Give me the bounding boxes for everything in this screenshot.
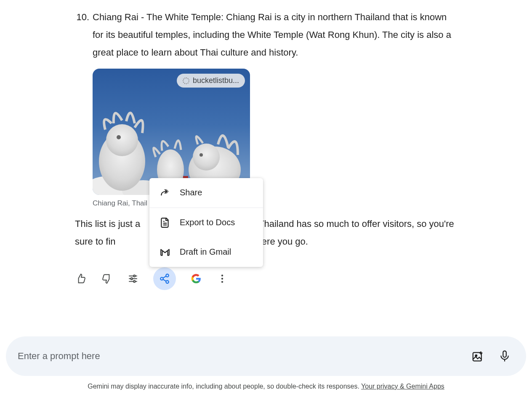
svg-point-10 bbox=[200, 153, 203, 157]
closing-paragraph: This list is just a Thailand has so much… bbox=[75, 215, 457, 250]
svg-point-16 bbox=[160, 277, 163, 280]
popup-export-docs-item[interactable]: Export to Docs bbox=[149, 208, 263, 237]
popup-share-item[interactable]: Share bbox=[149, 178, 263, 208]
tune-button[interactable] bbox=[127, 273, 139, 285]
list-item-10: 10. Chiang Rai - The White Temple: Chian… bbox=[75, 8, 457, 61]
source-chip-label: bucketlistbu... bbox=[193, 76, 239, 85]
prompt-bar bbox=[6, 336, 526, 376]
google-icon bbox=[191, 273, 202, 284]
disclaimer-text: Gemini may display inaccurate info, incl… bbox=[88, 383, 361, 390]
prompt-input[interactable] bbox=[18, 351, 471, 362]
source-chip[interactable]: bucketlistbu... bbox=[177, 74, 245, 88]
thumbs-down-icon bbox=[101, 273, 112, 284]
share-arrow-icon bbox=[160, 187, 170, 198]
svg-point-19 bbox=[221, 278, 223, 280]
bottom-section: Gemini may display inaccurate info, incl… bbox=[0, 336, 532, 397]
share-popup-menu: Share Export to Docs Draft in Gmail bbox=[149, 178, 263, 267]
svg-point-15 bbox=[166, 274, 169, 277]
svg-point-14 bbox=[133, 280, 135, 282]
svg-rect-21 bbox=[473, 352, 481, 361]
popup-draft-gmail-item[interactable]: Draft in Gmail bbox=[149, 237, 263, 267]
share-button[interactable] bbox=[153, 267, 176, 290]
svg-point-13 bbox=[131, 278, 133, 280]
svg-point-12 bbox=[133, 275, 135, 277]
list-number: 10. bbox=[75, 8, 89, 61]
action-bar: Share Export to Docs Draft in Gmail bbox=[75, 267, 457, 290]
svg-point-17 bbox=[166, 280, 169, 283]
svg-point-9 bbox=[193, 144, 220, 171]
popup-share-label: Share bbox=[180, 188, 202, 197]
mic-button[interactable] bbox=[498, 350, 511, 362]
add-image-button[interactable] bbox=[471, 350, 484, 362]
docs-icon bbox=[160, 217, 170, 228]
list-text: Chiang Rai - The White Temple: Chiang Ra… bbox=[93, 8, 457, 61]
thumbs-down-button[interactable] bbox=[101, 273, 113, 285]
svg-point-18 bbox=[221, 274, 223, 276]
thumbs-up-button[interactable] bbox=[75, 273, 87, 285]
thumbs-up-icon bbox=[75, 273, 86, 284]
google-button[interactable] bbox=[190, 273, 202, 285]
spinner-icon bbox=[183, 77, 189, 84]
share-icon bbox=[159, 273, 170, 284]
popup-export-label: Export to Docs bbox=[180, 218, 235, 227]
popup-draft-label: Draft in Gmail bbox=[180, 247, 231, 257]
more-button[interactable] bbox=[216, 273, 228, 285]
disclaimer: Gemini may display inaccurate info, incl… bbox=[6, 383, 526, 390]
gmail-icon bbox=[160, 247, 170, 258]
svg-point-6 bbox=[117, 135, 121, 139]
tune-icon bbox=[128, 273, 138, 284]
disclaimer-link[interactable]: Your privacy & Gemini Apps bbox=[361, 383, 444, 390]
more-vertical-icon bbox=[217, 273, 228, 284]
image-chiang-rai: bucketlistbu... bbox=[93, 69, 250, 195]
svg-point-5 bbox=[106, 124, 138, 156]
svg-rect-23 bbox=[503, 351, 506, 357]
image-plus-icon bbox=[471, 350, 484, 362]
svg-point-20 bbox=[221, 281, 223, 282]
mic-icon bbox=[498, 350, 511, 362]
